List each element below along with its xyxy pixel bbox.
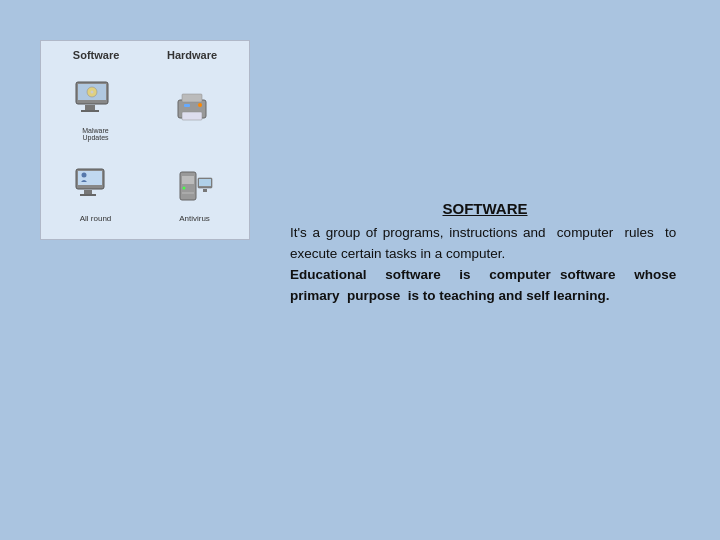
desc-text-2: Educational software is computer softwar…	[290, 267, 680, 303]
svg-rect-12	[78, 171, 102, 185]
monitor-icon-1	[71, 77, 121, 127]
icon-group-4: Antivirus	[170, 164, 220, 223]
page-container: Software Hardware MalwareUpdates	[0, 0, 720, 540]
svg-rect-13	[84, 190, 92, 194]
svg-rect-19	[182, 192, 194, 194]
image-header: Software Hardware	[49, 49, 241, 61]
device-icon-4	[170, 164, 220, 214]
icon-group-1: MalwareUpdates	[71, 77, 121, 141]
printer-icon	[170, 84, 220, 134]
svg-rect-3	[81, 110, 99, 112]
software-label: Software	[73, 49, 119, 61]
svg-point-5	[90, 91, 93, 94]
desc-text-1: It's a group of programs, instructions a…	[290, 225, 680, 261]
icons-grid: MalwareUpdates	[49, 69, 241, 231]
icon-label-3: All round	[80, 214, 112, 223]
svg-point-10	[198, 103, 202, 107]
hardware-label: Hardware	[167, 49, 217, 61]
icon-group-2	[170, 84, 220, 134]
monitor-icon-3	[71, 164, 121, 214]
icon-label-1: MalwareUpdates	[82, 127, 108, 141]
svg-point-15	[81, 172, 86, 177]
svg-rect-8	[182, 112, 202, 120]
svg-rect-2	[85, 105, 95, 110]
icon-group-3: All round	[71, 164, 121, 223]
svg-rect-21	[199, 179, 211, 186]
section-title: SOFTWARE	[290, 200, 680, 217]
svg-rect-14	[80, 194, 96, 196]
text-content: SOFTWARE It's a group of programs, instr…	[250, 30, 680, 307]
svg-rect-22	[203, 189, 207, 192]
image-box: Software Hardware MalwareUpdates	[40, 40, 250, 240]
svg-point-18	[182, 186, 185, 189]
icon-label-4: Antivirus	[179, 214, 210, 223]
description-paragraph: It's a group of programs, instructions a…	[290, 223, 680, 307]
svg-rect-9	[184, 104, 190, 107]
svg-rect-7	[182, 94, 202, 102]
svg-rect-17	[182, 176, 194, 184]
